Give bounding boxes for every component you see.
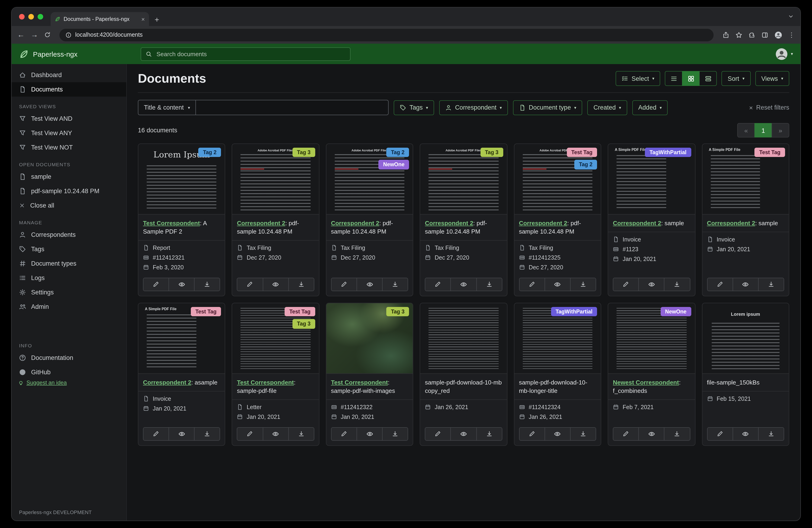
user-menu[interactable]: ▾ <box>775 47 793 60</box>
document-card[interactable]: TagWithPartial sample-pdf-download-10-mb… <box>514 303 601 446</box>
download-button[interactable] <box>382 428 408 440</box>
tab-search-chevron-icon[interactable] <box>788 13 794 19</box>
browser-tab[interactable]: Documents - Paperless-ngx × <box>50 12 149 26</box>
tag-badge[interactable]: Test Tag <box>191 307 221 316</box>
correspondent-link[interactable]: Test Correspondent <box>143 220 200 227</box>
view-button[interactable] <box>733 278 758 291</box>
document-thumbnail[interactable]: NewOne <box>608 303 695 374</box>
pagination-page-1-button[interactable]: 1 <box>754 123 772 138</box>
sidebar-item-test-view-and[interactable]: Test View AND <box>12 112 126 126</box>
edit-button[interactable] <box>425 428 451 440</box>
view-button[interactable] <box>639 278 664 291</box>
download-button[interactable] <box>570 428 596 440</box>
browser-profile-avatar[interactable] <box>774 31 782 39</box>
sidebar-item-dashboard[interactable]: Dashboard <box>12 68 126 82</box>
edit-button[interactable] <box>519 428 545 440</box>
zoom-window-button[interactable] <box>38 14 43 19</box>
correspondent-link[interactable]: Correspondent 2 <box>143 379 191 386</box>
sidebar-item-admin[interactable]: Admin <box>12 300 126 314</box>
extensions-puzzle-icon[interactable] <box>749 31 755 38</box>
download-button[interactable] <box>288 428 314 440</box>
sidebar-item-settings[interactable]: Settings <box>12 285 126 300</box>
document-card[interactable]: Test TagTag 3 Test Correspondent: sample… <box>232 303 319 446</box>
correspondent-link[interactable]: Test Correspondent <box>331 379 388 386</box>
site-info-icon[interactable] <box>66 32 72 38</box>
created-filter-button[interactable]: Created ▾ <box>587 100 627 115</box>
download-button[interactable] <box>664 428 690 440</box>
tag-badge[interactable]: Tag 3 <box>480 148 503 157</box>
document-thumbnail[interactable]: Adobe Acrobat PDF Files Tag 3 <box>232 144 319 215</box>
document-card[interactable]: sample-pdf-download-10-mb copy_red Jan 2… <box>420 303 507 446</box>
edit-button[interactable] <box>613 428 638 440</box>
edit-button[interactable] <box>143 278 169 291</box>
edit-button[interactable] <box>707 428 733 440</box>
tag-badge[interactable]: Test Tag <box>567 148 597 157</box>
forward-button[interactable]: → <box>31 31 38 39</box>
pagination-prev-button[interactable]: « <box>737 123 755 138</box>
download-button[interactable] <box>664 278 690 291</box>
download-button[interactable] <box>570 278 596 291</box>
sort-button[interactable]: Sort ▾ <box>722 71 751 86</box>
correspondent-filter-button[interactable]: Correspondent ▾ <box>439 100 508 115</box>
app-brand[interactable]: Paperless-ngx <box>19 49 141 59</box>
views-button[interactable]: Views ▾ <box>755 71 789 86</box>
view-button[interactable] <box>639 428 664 440</box>
back-button[interactable]: ← <box>17 31 25 39</box>
download-button[interactable] <box>476 428 502 440</box>
reset-filters-button[interactable]: × Reset filters <box>749 104 789 111</box>
document-thumbnail[interactable]: Adobe Acrobat PDF Files Tag 3 <box>420 144 507 215</box>
edit-button[interactable] <box>237 428 263 440</box>
tag-badge[interactable]: Tag 2 <box>574 160 597 170</box>
view-grid-button[interactable] <box>682 71 700 86</box>
tag-badge[interactable]: Test Tag <box>755 148 785 157</box>
document-thumbnail[interactable]: TagWithPartial <box>514 303 601 374</box>
download-button[interactable] <box>288 278 314 291</box>
document-card[interactable]: Lorem Ipsum Tag 2 Test Correspondent: A … <box>138 143 226 296</box>
sidebar-item-github[interactable]: GitHub <box>12 365 126 380</box>
view-detail-button[interactable] <box>699 71 717 86</box>
view-button[interactable] <box>169 428 194 440</box>
sidebar-item-test-view-any[interactable]: Test View ANY <box>12 126 126 140</box>
download-button[interactable] <box>382 278 408 291</box>
tag-badge[interactable]: Test Tag <box>285 307 315 316</box>
correspondent-link[interactable]: Newest Correspondent <box>613 379 679 386</box>
global-search[interactable] <box>141 47 350 61</box>
edit-button[interactable] <box>425 278 451 291</box>
correspondent-link[interactable]: Correspondent 2 <box>707 220 755 227</box>
select-button[interactable]: Select ▾ <box>616 71 661 86</box>
browser-menu-icon[interactable]: ⋮ <box>788 31 795 39</box>
correspondent-link[interactable]: Correspondent 2 <box>237 220 285 227</box>
document-card[interactable]: Tag 3 Test Correspondent: sample-pdf-wit… <box>326 303 414 446</box>
added-filter-button[interactable]: Added ▾ <box>632 100 668 115</box>
view-button[interactable] <box>545 428 570 440</box>
tags-filter-button[interactable]: Tags ▾ <box>394 100 434 115</box>
document-card[interactable]: A Simple PDF File TagWithPartial Corresp… <box>608 143 695 296</box>
tag-badge[interactable]: Tag 3 <box>292 319 315 329</box>
tag-badge[interactable]: TagWithPartial <box>551 307 597 316</box>
title-content-dropdown[interactable]: Title & content ▾ <box>138 100 196 115</box>
document-card[interactable]: Adobe Acrobat PDF Files Tag 3 Correspond… <box>420 143 507 296</box>
tag-badge[interactable]: Tag 2 <box>386 148 409 157</box>
document-thumbnail[interactable]: Adobe Acrobat PDF Files Test TagTag 2 <box>514 144 601 215</box>
view-button[interactable] <box>733 428 758 440</box>
tab-close-icon[interactable]: × <box>141 16 145 22</box>
document-type-filter-button[interactable]: Document type ▾ <box>513 100 582 115</box>
download-button[interactable] <box>758 278 784 291</box>
tag-badge[interactable]: NewOne <box>661 307 691 316</box>
correspondent-link[interactable]: Correspondent 2 <box>425 220 473 227</box>
correspondent-link[interactable]: Correspondent 2 <box>331 220 379 227</box>
document-thumbnail[interactable]: A Simple PDF File Test Tag <box>139 303 225 374</box>
search-input[interactable] <box>156 50 345 58</box>
suggest-an-idea-link[interactable]: Suggest an idea <box>18 380 126 386</box>
side-panel-icon[interactable] <box>762 31 768 38</box>
edit-button[interactable] <box>332 428 357 440</box>
document-thumbnail[interactable] <box>420 303 507 374</box>
view-button[interactable] <box>357 278 382 291</box>
view-button[interactable] <box>169 278 194 291</box>
document-card[interactable]: Adobe Acrobat PDF Files Tag 3 Correspond… <box>232 143 319 296</box>
pagination-next-button[interactable]: » <box>772 123 789 138</box>
sidebar-item-correspondents[interactable]: Correspondents <box>12 228 126 242</box>
correspondent-link[interactable]: Correspondent 2 <box>519 220 567 227</box>
document-thumbnail[interactable]: Adobe Acrobat PDF Files Tag 2NewOne <box>327 144 413 215</box>
document-thumbnail[interactable]: Test TagTag 3 <box>232 303 319 374</box>
